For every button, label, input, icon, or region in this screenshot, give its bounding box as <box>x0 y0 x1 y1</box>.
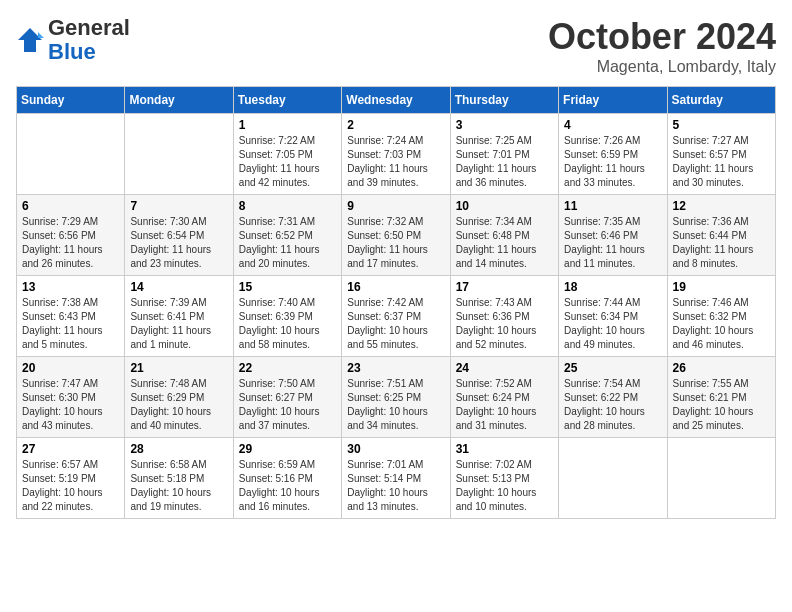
day-info: Sunrise: 7:42 AM Sunset: 6:37 PM Dayligh… <box>347 296 444 352</box>
table-row: 6Sunrise: 7:29 AM Sunset: 6:56 PM Daylig… <box>17 195 125 276</box>
logo-blue-text: Blue <box>48 39 96 64</box>
day-info: Sunrise: 7:02 AM Sunset: 5:13 PM Dayligh… <box>456 458 553 514</box>
svg-marker-0 <box>18 28 42 52</box>
page-header: General Blue October 2024 Magenta, Lomba… <box>16 16 776 76</box>
table-row: 24Sunrise: 7:52 AM Sunset: 6:24 PM Dayli… <box>450 357 558 438</box>
day-info: Sunrise: 7:52 AM Sunset: 6:24 PM Dayligh… <box>456 377 553 433</box>
col-sunday: Sunday <box>17 87 125 114</box>
day-info: Sunrise: 7:35 AM Sunset: 6:46 PM Dayligh… <box>564 215 661 271</box>
table-row: 27Sunrise: 6:57 AM Sunset: 5:19 PM Dayli… <box>17 438 125 519</box>
table-row <box>17 114 125 195</box>
calendar-week-row: 1Sunrise: 7:22 AM Sunset: 7:05 PM Daylig… <box>17 114 776 195</box>
col-saturday: Saturday <box>667 87 775 114</box>
day-info: Sunrise: 7:25 AM Sunset: 7:01 PM Dayligh… <box>456 134 553 190</box>
table-row <box>667 438 775 519</box>
day-number: 28 <box>130 442 227 456</box>
day-number: 31 <box>456 442 553 456</box>
day-number: 19 <box>673 280 770 294</box>
day-number: 7 <box>130 199 227 213</box>
table-row: 23Sunrise: 7:51 AM Sunset: 6:25 PM Dayli… <box>342 357 450 438</box>
table-row: 12Sunrise: 7:36 AM Sunset: 6:44 PM Dayli… <box>667 195 775 276</box>
col-tuesday: Tuesday <box>233 87 341 114</box>
day-info: Sunrise: 7:43 AM Sunset: 6:36 PM Dayligh… <box>456 296 553 352</box>
day-number: 15 <box>239 280 336 294</box>
day-number: 8 <box>239 199 336 213</box>
day-number: 30 <box>347 442 444 456</box>
logo-icon <box>16 26 44 54</box>
day-number: 5 <box>673 118 770 132</box>
day-number: 25 <box>564 361 661 375</box>
table-row: 4Sunrise: 7:26 AM Sunset: 6:59 PM Daylig… <box>559 114 667 195</box>
title-block: October 2024 Magenta, Lombardy, Italy <box>548 16 776 76</box>
day-info: Sunrise: 7:22 AM Sunset: 7:05 PM Dayligh… <box>239 134 336 190</box>
table-row: 3Sunrise: 7:25 AM Sunset: 7:01 PM Daylig… <box>450 114 558 195</box>
day-info: Sunrise: 7:29 AM Sunset: 6:56 PM Dayligh… <box>22 215 119 271</box>
table-row: 16Sunrise: 7:42 AM Sunset: 6:37 PM Dayli… <box>342 276 450 357</box>
day-number: 16 <box>347 280 444 294</box>
day-info: Sunrise: 7:27 AM Sunset: 6:57 PM Dayligh… <box>673 134 770 190</box>
col-friday: Friday <box>559 87 667 114</box>
table-row: 21Sunrise: 7:48 AM Sunset: 6:29 PM Dayli… <box>125 357 233 438</box>
logo: General Blue <box>16 16 130 64</box>
day-info: Sunrise: 7:26 AM Sunset: 6:59 PM Dayligh… <box>564 134 661 190</box>
table-row: 25Sunrise: 7:54 AM Sunset: 6:22 PM Dayli… <box>559 357 667 438</box>
table-row: 18Sunrise: 7:44 AM Sunset: 6:34 PM Dayli… <box>559 276 667 357</box>
day-info: Sunrise: 7:30 AM Sunset: 6:54 PM Dayligh… <box>130 215 227 271</box>
day-info: Sunrise: 7:31 AM Sunset: 6:52 PM Dayligh… <box>239 215 336 271</box>
table-row: 15Sunrise: 7:40 AM Sunset: 6:39 PM Dayli… <box>233 276 341 357</box>
day-number: 12 <box>673 199 770 213</box>
day-number: 2 <box>347 118 444 132</box>
month-title: October 2024 <box>548 16 776 58</box>
day-info: Sunrise: 7:34 AM Sunset: 6:48 PM Dayligh… <box>456 215 553 271</box>
day-info: Sunrise: 7:55 AM Sunset: 6:21 PM Dayligh… <box>673 377 770 433</box>
table-row: 8Sunrise: 7:31 AM Sunset: 6:52 PM Daylig… <box>233 195 341 276</box>
table-row: 10Sunrise: 7:34 AM Sunset: 6:48 PM Dayli… <box>450 195 558 276</box>
calendar-week-row: 6Sunrise: 7:29 AM Sunset: 6:56 PM Daylig… <box>17 195 776 276</box>
day-number: 26 <box>673 361 770 375</box>
day-info: Sunrise: 7:24 AM Sunset: 7:03 PM Dayligh… <box>347 134 444 190</box>
day-info: Sunrise: 7:40 AM Sunset: 6:39 PM Dayligh… <box>239 296 336 352</box>
table-row: 19Sunrise: 7:46 AM Sunset: 6:32 PM Dayli… <box>667 276 775 357</box>
calendar-week-row: 27Sunrise: 6:57 AM Sunset: 5:19 PM Dayli… <box>17 438 776 519</box>
day-number: 21 <box>130 361 227 375</box>
day-info: Sunrise: 7:47 AM Sunset: 6:30 PM Dayligh… <box>22 377 119 433</box>
table-row: 1Sunrise: 7:22 AM Sunset: 7:05 PM Daylig… <box>233 114 341 195</box>
table-row: 14Sunrise: 7:39 AM Sunset: 6:41 PM Dayli… <box>125 276 233 357</box>
day-info: Sunrise: 7:01 AM Sunset: 5:14 PM Dayligh… <box>347 458 444 514</box>
calendar-table: Sunday Monday Tuesday Wednesday Thursday… <box>16 86 776 519</box>
table-row: 22Sunrise: 7:50 AM Sunset: 6:27 PM Dayli… <box>233 357 341 438</box>
day-info: Sunrise: 7:46 AM Sunset: 6:32 PM Dayligh… <box>673 296 770 352</box>
day-number: 1 <box>239 118 336 132</box>
table-row: 30Sunrise: 7:01 AM Sunset: 5:14 PM Dayli… <box>342 438 450 519</box>
calendar-header-row: Sunday Monday Tuesday Wednesday Thursday… <box>17 87 776 114</box>
col-thursday: Thursday <box>450 87 558 114</box>
day-info: Sunrise: 6:57 AM Sunset: 5:19 PM Dayligh… <box>22 458 119 514</box>
day-number: 22 <box>239 361 336 375</box>
day-info: Sunrise: 7:51 AM Sunset: 6:25 PM Dayligh… <box>347 377 444 433</box>
day-number: 13 <box>22 280 119 294</box>
day-info: Sunrise: 7:39 AM Sunset: 6:41 PM Dayligh… <box>130 296 227 352</box>
day-number: 17 <box>456 280 553 294</box>
logo-general-text: General <box>48 15 130 40</box>
table-row: 26Sunrise: 7:55 AM Sunset: 6:21 PM Dayli… <box>667 357 775 438</box>
table-row: 28Sunrise: 6:58 AM Sunset: 5:18 PM Dayli… <box>125 438 233 519</box>
table-row <box>125 114 233 195</box>
table-row: 13Sunrise: 7:38 AM Sunset: 6:43 PM Dayli… <box>17 276 125 357</box>
col-wednesday: Wednesday <box>342 87 450 114</box>
day-number: 14 <box>130 280 227 294</box>
table-row: 7Sunrise: 7:30 AM Sunset: 6:54 PM Daylig… <box>125 195 233 276</box>
day-info: Sunrise: 7:54 AM Sunset: 6:22 PM Dayligh… <box>564 377 661 433</box>
day-number: 10 <box>456 199 553 213</box>
day-info: Sunrise: 6:58 AM Sunset: 5:18 PM Dayligh… <box>130 458 227 514</box>
location-subtitle: Magenta, Lombardy, Italy <box>548 58 776 76</box>
calendar-week-row: 13Sunrise: 7:38 AM Sunset: 6:43 PM Dayli… <box>17 276 776 357</box>
day-info: Sunrise: 7:36 AM Sunset: 6:44 PM Dayligh… <box>673 215 770 271</box>
day-info: Sunrise: 7:38 AM Sunset: 6:43 PM Dayligh… <box>22 296 119 352</box>
table-row: 20Sunrise: 7:47 AM Sunset: 6:30 PM Dayli… <box>17 357 125 438</box>
day-info: Sunrise: 7:50 AM Sunset: 6:27 PM Dayligh… <box>239 377 336 433</box>
day-number: 23 <box>347 361 444 375</box>
table-row: 11Sunrise: 7:35 AM Sunset: 6:46 PM Dayli… <box>559 195 667 276</box>
day-number: 20 <box>22 361 119 375</box>
day-info: Sunrise: 7:48 AM Sunset: 6:29 PM Dayligh… <box>130 377 227 433</box>
day-info: Sunrise: 6:59 AM Sunset: 5:16 PM Dayligh… <box>239 458 336 514</box>
